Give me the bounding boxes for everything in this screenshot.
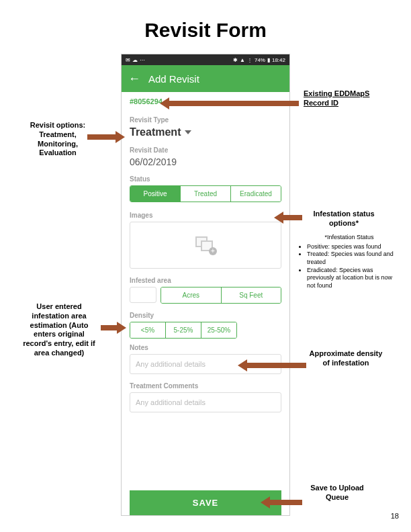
page-number: 18: [391, 512, 399, 520]
footnote-item: Eradicated: Species was previously at lo…: [307, 267, 400, 290]
density-25to50[interactable]: 25-50%: [201, 322, 236, 338]
callout-save: Save to Upload Queue: [304, 484, 371, 502]
density-5to25[interactable]: 5-25%: [166, 322, 201, 338]
revisit-type-dropdown[interactable]: Treatment: [130, 126, 281, 138]
form-content: #8056294 Revisit Type Treatment Revisit …: [122, 92, 289, 515]
revisit-type-value: Treatment: [130, 126, 181, 138]
infested-area-label: Infested area: [130, 277, 281, 284]
battery-icon: ▮: [267, 57, 270, 63]
notif-icon: ✉: [126, 57, 130, 63]
revisit-date-label: Revisit Date: [130, 146, 281, 154]
image-placeholder-icon: +: [195, 236, 216, 254]
app-bar: ← Add Revisit: [122, 65, 289, 92]
footnote-status: *Infestation Status Positive: species wa…: [299, 234, 400, 290]
save-button[interactable]: SAVE: [130, 490, 281, 515]
area-unit-segmented: Acres Sq Feet: [161, 287, 281, 304]
density-lt5[interactable]: <5%: [130, 322, 166, 338]
bluetooth-icon: ✱: [233, 57, 238, 63]
status-option-eradicated[interactable]: Eradicated: [231, 186, 281, 202]
page-title: Revisit Form: [0, 19, 411, 42]
unit-acres[interactable]: Acres: [161, 287, 222, 303]
callout-density: Approximate density of infestation: [309, 349, 383, 368]
app-bar-title: Add Revisit: [148, 73, 199, 85]
footnote-item: Positive: species was found: [307, 243, 400, 251]
callout-status-options: Infestation status options*: [304, 210, 384, 228]
signal-icon: ⋮: [247, 57, 253, 63]
footnote-title: *Infestation Status: [299, 234, 400, 242]
images-add-box[interactable]: +: [130, 222, 281, 269]
status-segmented: Positive Treated Eradicated: [130, 185, 281, 202]
revisit-type-label: Revisit Type: [130, 116, 281, 124]
status-option-positive[interactable]: Positive: [130, 186, 181, 202]
density-label: Density: [130, 312, 281, 319]
treatment-comments-label: Treatment Comments: [130, 382, 281, 390]
notif-icon: ⋯: [140, 57, 145, 63]
revisit-date-value[interactable]: 06/02/2019: [130, 157, 281, 167]
notif-icon: ☁: [132, 57, 138, 63]
android-status-bar: ✉ ☁ ⋯ ✱ ▲ ⋮ 74% ▮ 18:42: [122, 54, 289, 65]
footnote-item: Treated: Species was found and treated: [307, 251, 400, 266]
infested-area-input[interactable]: [130, 287, 156, 303]
status-label: Status: [130, 175, 281, 183]
back-arrow-icon[interactable]: ←: [128, 72, 140, 86]
wifi-icon: ▲: [240, 57, 245, 63]
callout-record-id: Existing EDDMapS Record ID: [304, 89, 377, 108]
density-segmented: <5% 5-25% 25-50%: [130, 322, 237, 339]
battery-text: 74%: [255, 57, 265, 63]
images-label: Images: [130, 212, 281, 219]
notes-label: Notes: [130, 344, 281, 351]
treatment-comments-input[interactable]: Any additional details: [130, 392, 281, 412]
callout-area-entry: User entered infestation area estimation…: [19, 302, 99, 358]
clock-text: 18:42: [272, 57, 285, 63]
callout-revisit-options: Revisit options: Treatment, Monitoring, …: [24, 121, 91, 158]
phone-frame: ✉ ☁ ⋯ ✱ ▲ ⋮ 74% ▮ 18:42 ← Add Revisit #8…: [121, 54, 290, 516]
status-option-treated[interactable]: Treated: [181, 186, 231, 202]
caret-down-icon: [185, 130, 191, 134]
unit-sqfeet[interactable]: Sq Feet: [222, 287, 281, 303]
